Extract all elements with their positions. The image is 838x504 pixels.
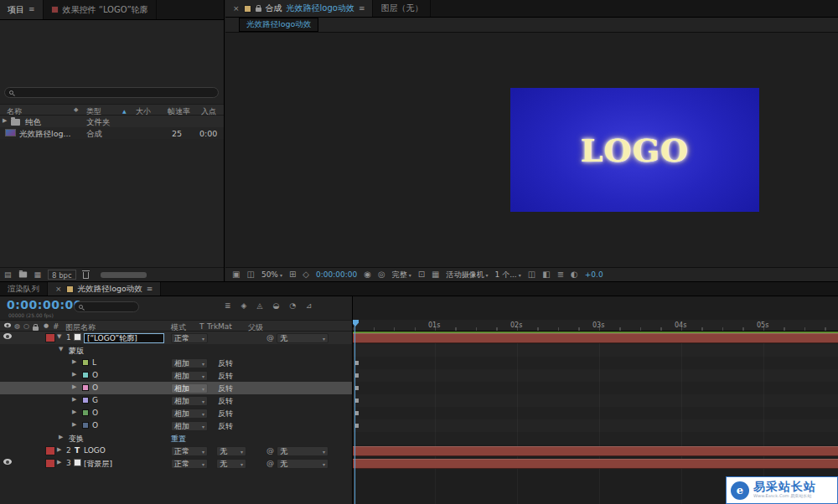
layer-row-1[interactable]: ▼ 1 [“LOGO”轮廓] 正常▾ @ 无▾	[0, 332, 352, 344]
motion-blur-icon[interactable]: ◔	[289, 302, 296, 310]
mask-row-selected[interactable]: ▶ O 相加▾ 反转	[0, 382, 352, 394]
lock-column-icon[interactable]	[33, 327, 39, 331]
label-column-icon[interactable]: ●	[44, 322, 49, 329]
mask-color-swatch[interactable]	[82, 359, 89, 366]
time-ruler[interactable]: 01s 02s 03s 04s 05s	[353, 320, 838, 332]
pixel-aspect-icon[interactable]: ◫	[528, 270, 535, 279]
layer-name[interactable]: LOGO	[84, 446, 106, 455]
parent-pickwhip-icon[interactable]: @	[266, 446, 274, 455]
mask-name[interactable]: O	[92, 421, 98, 429]
transform-group-row[interactable]: ▶ 变换 重置	[0, 432, 352, 445]
timeline-track-area[interactable]: 01s 02s 03s 04s 05s	[352, 296, 838, 504]
new-composition-icon[interactable]: ▦	[34, 271, 42, 279]
number-column-header[interactable]: #	[53, 322, 59, 331]
mask-row[interactable]: ▶ G 相加▾ 反转	[0, 394, 352, 407]
solo-column-icon[interactable]: ○	[23, 322, 29, 330]
mask-name[interactable]: G	[92, 396, 98, 404]
mask-row[interactable]: ▶ O 相加▾ 反转	[0, 419, 352, 432]
mask-mode-dropdown[interactable]: 相加▾	[171, 358, 208, 368]
zoom-level-dropdown[interactable]: 50%▾	[261, 270, 282, 279]
mask-name[interactable]: O	[92, 409, 98, 417]
video-eye-icon[interactable]	[3, 459, 12, 465]
expander-icon[interactable]: ▶	[57, 459, 61, 465]
mask-invert-checkbox[interactable]: 反转	[218, 409, 233, 419]
layer-2-duration-bar[interactable]	[353, 446, 838, 456]
blend-mode-dropdown[interactable]: 正常▾	[171, 446, 208, 456]
tab-render-queue[interactable]: 渲染队列	[0, 282, 48, 296]
mask-color-swatch[interactable]	[82, 409, 89, 416]
label-column-icon[interactable]: ◆	[74, 106, 78, 113]
mask-invert-checkbox[interactable]: 反转	[218, 383, 233, 394]
layer-row-2[interactable]: ▶ 2 T LOGO 正常▾ 无▾ @ 无▾	[0, 445, 352, 457]
parent-dropdown[interactable]: 无▾	[277, 459, 328, 469]
resolution-dropdown[interactable]: 完整▾	[392, 270, 411, 280]
mask-color-swatch[interactable]	[82, 372, 89, 378]
interpret-footage-icon[interactable]: ▤	[4, 271, 12, 279]
layer-row-3[interactable]: ▶ 3 [背景层] 正常▾ 无▾ @ 无▾	[0, 457, 352, 470]
draft-3d-icon[interactable]: ◈	[241, 302, 247, 310]
panel-menu-icon[interactable]: ≡	[147, 285, 153, 293]
layer-name[interactable]: [背景层]	[84, 459, 112, 470]
mask-invert-checkbox[interactable]: 反转	[218, 358, 233, 369]
lock-icon[interactable]	[256, 8, 261, 12]
mask-invert-checkbox[interactable]: 反转	[218, 371, 233, 382]
h-scrollbar[interactable]	[101, 272, 147, 278]
t-column-header[interactable]: T	[199, 322, 204, 331]
mask-color-swatch[interactable]	[82, 384, 89, 391]
trash-icon[interactable]	[83, 272, 89, 279]
mask-color-swatch[interactable]	[82, 422, 89, 429]
expander-icon[interactable]: ▶	[57, 446, 61, 453]
channels-icon[interactable]: ◫	[246, 270, 254, 279]
expander-icon[interactable]: ▶	[72, 371, 76, 378]
mask-group-row[interactable]: ▼ 蒙版	[0, 344, 352, 357]
mask-mode-dropdown[interactable]: 相加▾	[171, 421, 208, 431]
mask-mode-dropdown[interactable]: 相加▾	[171, 371, 208, 381]
new-folder-icon[interactable]	[18, 272, 26, 278]
flowchart-icon[interactable]: ≣	[557, 270, 564, 279]
mask-row[interactable]: ▶ L 相加▾ 反转	[0, 357, 352, 369]
bit-depth-button[interactable]: 8 bpc	[48, 270, 76, 280]
video-eye-icon[interactable]	[3, 333, 12, 339]
expander-icon[interactable]: ▼	[59, 346, 63, 352]
layer-label-color[interactable]	[45, 459, 55, 468]
always-preview-icon[interactable]: ▣	[232, 270, 240, 279]
tab-effect-controls[interactable]: 效果控件 “LOGO”轮廓	[44, 0, 157, 19]
parent-pickwhip-icon[interactable]: @	[266, 333, 274, 342]
audio-column-icon[interactable]: ◍	[14, 322, 20, 330]
trkmat-dropdown[interactable]: 无▾	[216, 459, 246, 469]
composition-viewport[interactable]: LOGO	[225, 33, 838, 267]
transparency-grid-icon[interactable]: ▦	[432, 270, 439, 279]
fast-previews-icon[interactable]: ◧	[542, 270, 550, 279]
blend-mode-dropdown[interactable]: 正常▾	[171, 333, 208, 343]
layer-1-duration-bar[interactable]	[353, 333, 838, 343]
expander-icon[interactable]: ▶	[72, 383, 76, 390]
project-search-input[interactable]	[4, 87, 219, 98]
mask-mode-dropdown[interactable]: 相加▾	[171, 383, 208, 393]
project-row-folder[interactable]: ▶ 纯色 文件夹	[0, 116, 224, 127]
panel-menu-icon[interactable]: ≡	[28, 6, 35, 13]
layer-label-color[interactable]	[45, 333, 55, 342]
parent-dropdown[interactable]: 无▾	[277, 446, 328, 456]
mask-mode-dropdown[interactable]: 相加▾	[171, 396, 208, 406]
parent-dropdown[interactable]: 无▾	[277, 333, 328, 343]
mask-mode-dropdown[interactable]: 相加▾	[171, 409, 208, 419]
graph-editor-icon[interactable]: ⊿	[306, 302, 313, 310]
parent-pickwhip-icon[interactable]: @	[266, 459, 274, 467]
layer-3-duration-bar[interactable]	[353, 459, 838, 469]
expander-icon[interactable]: ▶	[72, 421, 76, 428]
mask-row[interactable]: ▶ O 相加▾ 反转	[0, 407, 352, 419]
expander-icon[interactable]: ▶	[3, 117, 7, 124]
shy-layers-icon[interactable]: ◬	[256, 302, 262, 310]
grid-guides-icon[interactable]: ⊞	[289, 270, 296, 279]
mask-row[interactable]: ▶ O 相加▾ 反转	[0, 369, 352, 382]
exposure-value[interactable]: +0.0	[585, 270, 603, 279]
close-tab-icon[interactable]: ×	[233, 5, 240, 13]
layer-label-color[interactable]	[45, 446, 55, 455]
layer-name-field[interactable]: [“LOGO”轮廓]	[84, 333, 164, 343]
close-tab-icon[interactable]: ×	[55, 285, 62, 293]
expander-icon[interactable]: ▶	[59, 434, 63, 440]
timeline-search-input[interactable]	[74, 301, 139, 312]
mask-visibility-icon[interactable]: ◇	[303, 270, 309, 279]
panel-menu-icon[interactable]: ≡	[359, 5, 365, 13]
camera-view-dropdown[interactable]: 活动摄像机▾	[447, 270, 489, 280]
